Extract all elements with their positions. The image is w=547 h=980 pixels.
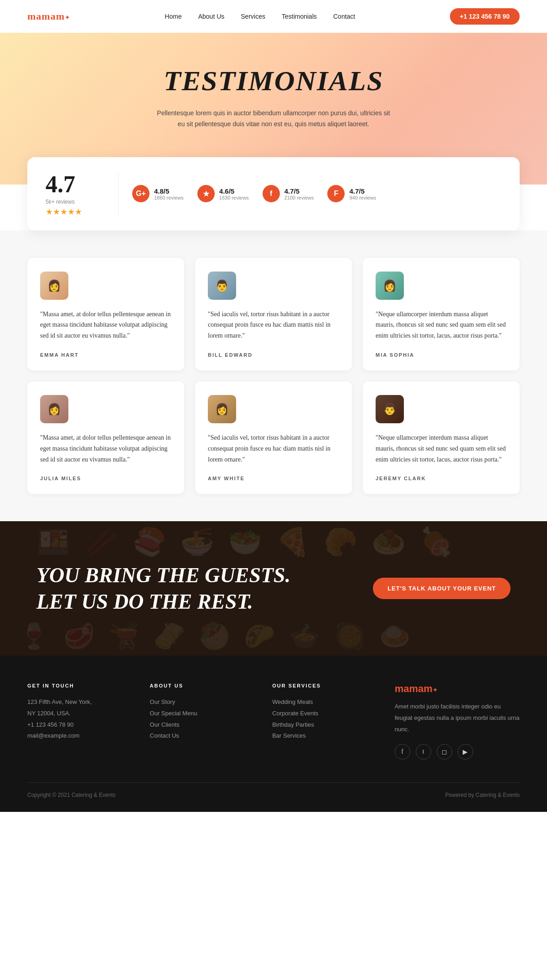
instagram-social-icon[interactable]: ◻ [437, 744, 452, 759]
table-row: 👨 "Neque ullamcorper interdum massa aliq… [363, 381, 520, 494]
google-rating: 4.8/5 1860 reviews [154, 187, 184, 200]
cta-button[interactable]: LET'S TALK ABOUT YOUR EVENT [373, 578, 511, 599]
avatar: 👩 [376, 272, 404, 300]
footer-bar-services[interactable]: Bar Services [272, 730, 377, 742]
cta-banner: YOU BRING THE GUESTS. LET US DO THE REST… [0, 521, 547, 656]
footer: GET IN TOUCH 123 Fifth Ave, New York, NY… [0, 656, 547, 812]
copyright: Copyright © 2021 Catering & Events [27, 792, 116, 798]
powered-by: Powered by Catering & Events [445, 792, 520, 798]
testimonial-quote: "Massa amet, at dolor tellus pellentesqu… [40, 309, 171, 341]
testimonials-grid: 👩 "Massa amet, at dolor tellus pellentes… [27, 258, 520, 494]
platform-google: G+ 4.8/5 1860 reviews [132, 185, 184, 202]
footer-grid: GET IN TOUCH 123 Fifth Ave, New York, NY… [27, 683, 520, 759]
footer-col-about: ABOUT US Our Story Our Special Menu Our … [150, 683, 254, 759]
google-icon: G+ [132, 185, 150, 202]
twitter-social-icon[interactable]: t [416, 744, 431, 759]
avatar: 👨 [376, 395, 404, 423]
navbar: mamam✦ Home About Us Services Testimonia… [0, 0, 547, 33]
testimonial-quote: "Sed iaculis vel, tortor risus habitant … [208, 309, 339, 341]
testimonials-section: 👩 "Massa amet, at dolor tellus pellentes… [0, 231, 547, 522]
nav-links: Home About Us Services Testimonials Cont… [165, 12, 355, 21]
main-rating: 4.7 5k+ reviews ★★★★★ [46, 171, 119, 217]
testimonial-quote: "Neque ullamcorper interdum massa alique… [376, 309, 507, 341]
nav-services[interactable]: Services [241, 13, 265, 20]
footer-col-brand: mamam✦ Amet morbi justo facilisis intege… [395, 683, 520, 759]
table-row: 👩 "Massa amet, at dolor tellus pellentes… [27, 381, 184, 494]
footer-col-services: OUR SERVICES Wedding Meals Corporate Eve… [272, 683, 377, 759]
logo-star: ✦ [65, 14, 70, 21]
rating-platforms: G+ 4.8/5 1860 reviews ★ 4.6/5 1630 revie… [119, 185, 501, 202]
main-label: 5k+ reviews [46, 199, 104, 205]
cta-line2: LET US DO THE REST. [36, 590, 253, 613]
testimonial-quote: "Massa amet, at dolor tellus pellentesqu… [40, 432, 171, 465]
platform-foursquare: F 4.7/5 940 reviews [327, 185, 376, 202]
footer-birthday-parties[interactable]: Birthday Parties [272, 719, 377, 731]
footer-contact-us[interactable]: Contact Us [150, 730, 254, 742]
footer-our-clients[interactable]: Our Clients [150, 719, 254, 731]
cta-line1: YOU BRING THE GUESTS. [36, 564, 290, 587]
ratings-card: 4.7 5k+ reviews ★★★★★ G+ 4.8/5 1860 revi… [27, 157, 520, 231]
avatar: 👨 [208, 272, 236, 300]
footer-col3-title: OUR SERVICES [272, 683, 377, 688]
footer-city: NY 12004, USA. [27, 708, 132, 719]
page-title: TESTIMONIALS [27, 65, 520, 97]
footer-email: mail@example.com [27, 730, 132, 742]
footer-corporate-events[interactable]: Corporate Events [272, 708, 377, 719]
platform-facebook: f 4.7/5 2100 reviews [263, 185, 314, 202]
testimonial-name: JULIA MILES [40, 476, 171, 481]
hero-subtitle: Pellentesque lorem quis in auctor bibend… [155, 108, 392, 130]
footer-phone: +1 123 456 78 90 [27, 719, 132, 731]
facebook-social-icon[interactable]: f [395, 744, 410, 759]
platform-yelp: ★ 4.6/5 1630 reviews [197, 185, 249, 202]
footer-wedding-meals[interactable]: Wedding Meals [272, 697, 377, 708]
logo: mamam✦ [27, 10, 70, 22]
nav-about[interactable]: About Us [198, 13, 225, 20]
nav-home[interactable]: Home [165, 13, 181, 20]
foursquare-rating: 4.7/5 940 reviews [349, 187, 376, 200]
phone-button[interactable]: +1 123 456 78 90 [450, 8, 520, 25]
testimonial-name: JEREMY CLARK [376, 476, 507, 481]
cta-heading: YOU BRING THE GUESTS. LET US DO THE REST… [36, 562, 290, 615]
footer-our-story[interactable]: Our Story [150, 697, 254, 708]
nav-testimonials[interactable]: Testimonials [282, 13, 317, 20]
footer-special-menu[interactable]: Our Special Menu [150, 708, 254, 719]
footer-address: 123 Fifth Ave, New York, [27, 697, 132, 708]
table-row: 👩 "Sed iaculis vel, tortor risus habitan… [195, 381, 352, 494]
table-row: 👩 "Neque ullamcorper interdum massa aliq… [363, 258, 520, 370]
facebook-icon: f [263, 185, 280, 202]
social-icons: f t ◻ ▶ [395, 744, 520, 759]
yelp-icon: ★ [197, 185, 215, 202]
nav-contact[interactable]: Contact [333, 13, 355, 20]
avatar: 👩 [208, 395, 236, 423]
footer-col1-title: GET IN TOUCH [27, 683, 132, 688]
foursquare-icon: F [327, 185, 345, 202]
ratings-wrapper: 4.7 5k+ reviews ★★★★★ G+ 4.8/5 1860 revi… [0, 157, 547, 231]
facebook-rating: 4.7/5 2100 reviews [284, 187, 314, 200]
testimonial-name: AMY WHITE [208, 476, 339, 481]
avatar: 👩 [40, 272, 68, 300]
testimonial-name: MIA SOPHIA [376, 352, 507, 358]
footer-logo: mamam✦ [395, 683, 520, 695]
table-row: 👨 "Sed iaculis vel, tortor risus habitan… [195, 258, 352, 370]
testimonial-quote: "Sed iaculis vel, tortor risus habitant … [208, 432, 339, 465]
testimonial-name: BILL EDWARD [208, 352, 339, 358]
avatar: 👩 [40, 395, 68, 423]
logo-text: mamam [27, 10, 65, 22]
footer-col-contact: GET IN TOUCH 123 Fifth Ave, New York, NY… [27, 683, 132, 759]
youtube-social-icon[interactable]: ▶ [458, 744, 473, 759]
testimonial-name: EMMA HART [40, 352, 171, 358]
footer-col2-title: ABOUT US [150, 683, 254, 688]
main-stars: ★★★★★ [46, 207, 104, 217]
table-row: 👩 "Massa amet, at dolor tellus pellentes… [27, 258, 184, 370]
footer-brand-desc: Amet morbi justo facilisis integer odio … [395, 701, 520, 735]
yelp-rating: 4.6/5 1630 reviews [219, 187, 249, 200]
testimonial-quote: "Neque ullamcorper interdum massa alique… [376, 432, 507, 465]
footer-bottom: Copyright © 2021 Catering & Events Power… [27, 782, 520, 798]
main-score: 4.7 [46, 171, 104, 198]
